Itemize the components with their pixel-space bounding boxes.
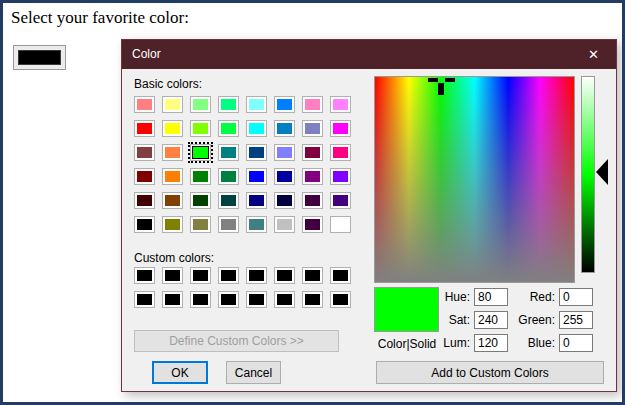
basic-color-swatch-color	[193, 171, 208, 182]
basic-color-swatch[interactable]	[246, 120, 267, 137]
custom-color-swatch[interactable]	[134, 291, 155, 308]
basic-color-swatch[interactable]	[330, 96, 351, 113]
basic-color-swatch[interactable]	[274, 96, 295, 113]
color-dialog: Color ✕ Basic colors: Custom colors: Def…	[121, 39, 617, 392]
custom-color-swatch[interactable]	[190, 267, 211, 284]
basic-color-swatch[interactable]	[190, 168, 211, 185]
basic-color-swatch[interactable]	[246, 96, 267, 113]
custom-color-swatch-color	[249, 270, 264, 281]
basic-color-swatch[interactable]	[246, 168, 267, 185]
ok-button[interactable]: OK	[152, 361, 208, 384]
basic-color-swatch[interactable]	[274, 168, 295, 185]
dialog-titlebar[interactable]: Color ✕	[122, 40, 616, 69]
custom-color-swatch[interactable]	[162, 267, 183, 284]
custom-color-swatch[interactable]	[274, 267, 295, 284]
basic-color-swatch[interactable]	[330, 168, 351, 185]
basic-color-swatch[interactable]	[274, 120, 295, 137]
basic-color-swatch[interactable]	[134, 192, 155, 209]
basic-color-swatch[interactable]	[274, 192, 295, 209]
basic-color-swatch[interactable]	[218, 120, 239, 137]
basic-color-swatch[interactable]	[190, 120, 211, 137]
luminance-slider-arrow-icon[interactable]	[596, 159, 608, 185]
custom-color-swatch[interactable]	[134, 267, 155, 284]
basic-color-swatch[interactable]	[274, 144, 295, 161]
basic-color-swatch[interactable]	[302, 192, 323, 209]
basic-color-swatch-color	[137, 195, 152, 206]
basic-color-swatch-color	[165, 99, 180, 110]
basic-color-swatch[interactable]	[190, 144, 211, 161]
basic-color-swatch[interactable]	[274, 216, 295, 233]
basic-color-swatch-color	[333, 219, 348, 230]
custom-color-swatch[interactable]	[218, 267, 239, 284]
lum-input[interactable]	[474, 334, 508, 352]
custom-color-swatch[interactable]	[330, 267, 351, 284]
basic-color-swatch[interactable]	[246, 144, 267, 161]
basic-color-swatch[interactable]	[134, 168, 155, 185]
custom-color-swatch[interactable]	[162, 291, 183, 308]
basic-color-swatch[interactable]	[218, 216, 239, 233]
basic-color-swatch-color	[165, 219, 180, 230]
close-icon: ✕	[588, 40, 599, 69]
basic-color-swatch[interactable]	[190, 96, 211, 113]
basic-color-swatch[interactable]	[330, 192, 351, 209]
basic-color-swatch[interactable]	[134, 96, 155, 113]
custom-color-swatch[interactable]	[274, 291, 295, 308]
basic-color-swatch[interactable]	[190, 192, 211, 209]
custom-color-swatch-color	[249, 294, 264, 305]
basic-color-swatch-color	[165, 171, 180, 182]
basic-colors-grid	[134, 96, 351, 233]
basic-color-swatch[interactable]	[330, 144, 351, 161]
hue-input[interactable]	[474, 288, 508, 306]
basic-color-swatch[interactable]	[302, 144, 323, 161]
basic-color-swatch[interactable]	[190, 216, 211, 233]
sat-input[interactable]	[474, 311, 508, 329]
custom-color-swatch-color	[333, 294, 348, 305]
basic-color-swatch[interactable]	[302, 120, 323, 137]
basic-color-swatch[interactable]	[302, 216, 323, 233]
basic-color-swatch-color	[249, 171, 264, 182]
luminance-slider[interactable]	[581, 76, 595, 273]
custom-color-swatch-color	[193, 294, 208, 305]
basic-color-swatch[interactable]	[330, 120, 351, 137]
color-input-swatch[interactable]	[13, 45, 66, 70]
basic-color-swatch[interactable]	[330, 216, 351, 233]
basic-color-swatch[interactable]	[302, 96, 323, 113]
green-input[interactable]	[559, 311, 593, 329]
basic-color-swatch[interactable]	[246, 216, 267, 233]
define-custom-colors-button[interactable]: Define Custom Colors >>	[134, 330, 339, 352]
basic-color-swatch-color	[221, 219, 236, 230]
basic-color-swatch-color	[193, 219, 208, 230]
cancel-button[interactable]: Cancel	[226, 361, 281, 384]
basic-color-swatch[interactable]	[162, 120, 183, 137]
basic-color-swatch-color	[165, 147, 180, 158]
hue-sat-field[interactable]	[374, 76, 575, 283]
page-heading: Select your favorite color:	[11, 8, 189, 28]
basic-color-swatch[interactable]	[246, 192, 267, 209]
basic-color-swatch[interactable]	[134, 144, 155, 161]
basic-color-swatch[interactable]	[218, 144, 239, 161]
basic-color-swatch[interactable]	[162, 96, 183, 113]
basic-color-swatch[interactable]	[162, 144, 183, 161]
basic-color-swatch[interactable]	[162, 168, 183, 185]
basic-color-swatch[interactable]	[162, 216, 183, 233]
custom-color-swatch[interactable]	[330, 291, 351, 308]
basic-color-swatch[interactable]	[134, 120, 155, 137]
basic-color-swatch-color	[277, 123, 292, 134]
custom-color-swatch-color	[137, 270, 152, 281]
basic-color-swatch[interactable]	[134, 216, 155, 233]
custom-color-swatch[interactable]	[246, 267, 267, 284]
add-to-custom-colors-button[interactable]: Add to Custom Colors	[376, 361, 604, 384]
basic-color-swatch[interactable]	[218, 192, 239, 209]
close-button[interactable]: ✕	[571, 40, 616, 69]
custom-color-swatch[interactable]	[302, 291, 323, 308]
custom-color-swatch[interactable]	[302, 267, 323, 284]
custom-color-swatch[interactable]	[246, 291, 267, 308]
custom-color-swatch[interactable]	[190, 291, 211, 308]
red-input[interactable]	[559, 288, 593, 306]
blue-input[interactable]	[559, 334, 593, 352]
basic-color-swatch[interactable]	[302, 168, 323, 185]
custom-color-swatch[interactable]	[218, 291, 239, 308]
basic-color-swatch[interactable]	[162, 192, 183, 209]
basic-color-swatch[interactable]	[218, 96, 239, 113]
basic-color-swatch[interactable]	[218, 168, 239, 185]
